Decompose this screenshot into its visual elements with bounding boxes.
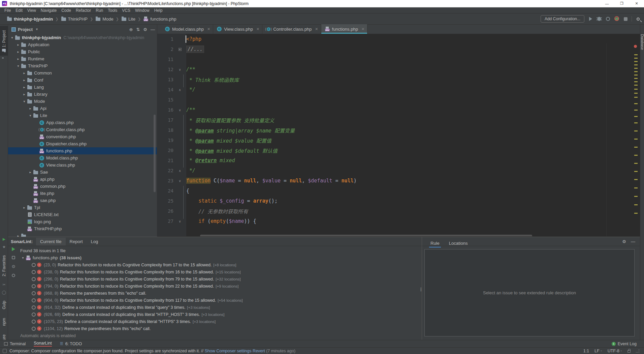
code-line[interactable]: 23∨function C($name = null, $value = nul…: [157, 176, 640, 186]
favorites-star-icon[interactable]: ★: [2, 245, 6, 249]
stop-analysis-icon[interactable]: [12, 256, 15, 259]
stripe-warning-mark[interactable]: [634, 116, 638, 117]
chevron-right-icon[interactable]: ▸: [15, 234, 21, 237]
configure-icon[interactable]: ⚙: [11, 264, 15, 269]
panel-divider[interactable]: [422, 237, 422, 340]
issue-row[interactable]: ↑(238, 0)Refactor this function to reduc…: [20, 268, 418, 275]
code-line[interactable]: 16∨/**: [157, 105, 640, 115]
divider-grip[interactable]: •••: [420, 288, 422, 292]
code-line[interactable]: 25 static $_config = array();: [157, 196, 640, 206]
stripe-warning-mark[interactable]: [634, 54, 638, 55]
search-everywhere-icon[interactable]: [635, 16, 641, 22]
tree-row[interactable]: phpconvention.php: [8, 133, 157, 140]
sidebar-tab-gulp[interactable]: Gulp: [2, 301, 6, 309]
show-composer-settings-link[interactable]: Show Composer settings: [204, 349, 251, 353]
stripe-warning-mark[interactable]: [634, 110, 638, 111]
npm-circle-icon[interactable]: ◯: [2, 290, 6, 295]
chevron-right-icon[interactable]: ▸: [22, 78, 27, 82]
stripe-warning-mark[interactable]: [634, 187, 638, 188]
sonarlint-settings-gear-icon[interactable]: ⚙: [622, 239, 626, 244]
stripe-warning-mark[interactable]: [634, 139, 638, 140]
profile-icon[interactable]: [605, 16, 611, 22]
stripe-warning-mark[interactable]: [634, 61, 638, 62]
caret-position-widget[interactable]: 1:1: [583, 349, 589, 353]
tree-row[interactable]: ▸Application: [8, 41, 157, 48]
menu-item-help[interactable]: Help: [152, 8, 165, 13]
tree-row[interactable]: CDispatcher.class.php: [8, 140, 157, 147]
toolbar-terminal[interactable]: ›_ Terminal: [0, 340, 30, 347]
issue-row[interactable]: ↑(1075, 23)Define a constant instead of …: [20, 318, 418, 325]
issues-file-row[interactable]: ▾ php functions.php (38 issues): [20, 254, 82, 261]
tree-row[interactable]: ▸Library: [8, 91, 157, 98]
stripe-warning-mark[interactable]: [634, 179, 638, 180]
sidebar-tab-favorites[interactable]: 2: Favorites: [2, 255, 6, 276]
code-line[interactable]: 27∨ if (empty($name)) {: [157, 216, 640, 226]
code-line[interactable]: 26 // 无参数时获取所有: [157, 206, 640, 216]
sonarlint-hide-icon[interactable]: —: [631, 239, 635, 244]
analyze-play-icon[interactable]: [12, 247, 15, 251]
code-line[interactable]: 14∧ */: [157, 85, 640, 95]
readonly-lock-icon[interactable]: [627, 350, 631, 353]
code-line[interactable]: 13 * Think 系统函数库: [157, 75, 640, 85]
help-icon[interactable]: [12, 274, 15, 277]
stripe-warning-mark[interactable]: [634, 58, 638, 59]
fold-marker-down[interactable]: ∨: [173, 68, 186, 71]
stripe-warning-mark[interactable]: [634, 68, 638, 69]
tree-row[interactable]: ▸: [8, 232, 157, 237]
stripe-warning-mark[interactable]: [634, 130, 638, 131]
fold-marker-up[interactable]: ∧: [173, 169, 186, 173]
tab-close-icon[interactable]: ✕: [207, 27, 210, 31]
stripe-warning-mark[interactable]: [634, 89, 638, 90]
tree-row[interactable]: phpThinkPHP.php: [8, 225, 157, 232]
fold-marker-plus[interactable]: +: [173, 48, 186, 51]
toolbar-todo[interactable]: ☰ 6: TODO: [56, 340, 86, 347]
tree-row[interactable]: ▸Common: [8, 69, 157, 77]
fold-marker-down[interactable]: ∨: [173, 219, 186, 223]
tree-row[interactable]: logo.png: [8, 218, 157, 225]
project-panel-title[interactable]: Project▼: [11, 27, 38, 32]
chevron-down-icon[interactable]: ▾: [9, 36, 15, 39]
stripe-warning-mark[interactable]: [634, 78, 638, 79]
run-small-icon[interactable]: ▶: [3, 237, 5, 241]
tree-row[interactable]: CModel.class.php: [8, 154, 157, 161]
code-editor[interactable]: 1<?php2+//...1112∨/**13 * Think 系统函数库14∧…: [157, 34, 640, 236]
editor-tab-functions-php[interactable]: phpfunctions.php✕: [321, 24, 368, 34]
tree-row[interactable]: ▾thinkphp-bjyadminC:\wamp64\www\other\th…: [8, 34, 157, 41]
stripe-warning-mark[interactable]: [634, 213, 638, 214]
chevron-right-icon[interactable]: ▸: [22, 206, 27, 209]
issue-row[interactable]: ↑(914, 32)Define a constant instead of d…: [20, 304, 418, 311]
chevron-down-icon[interactable]: ▾: [28, 114, 33, 117]
error-indicator-icon[interactable]: [634, 45, 637, 48]
issue-row[interactable]: ↑(296, 0)Refactor this function to reduc…: [20, 275, 418, 283]
line-ending-widget[interactable]: LF÷: [594, 349, 602, 353]
chevron-right-icon[interactable]: ▸: [28, 170, 33, 174]
tab-close-icon[interactable]: ✕: [256, 27, 259, 31]
toolbar-sonarlint[interactable]: SonarLint: [30, 340, 56, 347]
tree-row[interactable]: CView.class.php: [8, 161, 157, 169]
tree-row[interactable]: ▾Lite: [8, 112, 157, 119]
code-line[interactable]: 20 * @param mixed $default 默认值: [157, 145, 640, 155]
code-line[interactable]: 21 * @return mixed: [157, 155, 640, 166]
stripe-warning-mark[interactable]: [634, 81, 638, 82]
tree-row[interactable]: ▸Conf: [8, 77, 157, 84]
debug-icon[interactable]: [597, 16, 602, 22]
breadcrumb-item[interactable]: Lite: [121, 16, 135, 22]
chevron-down-icon[interactable]: ▾: [22, 99, 27, 103]
stripe-warning-mark[interactable]: [634, 75, 638, 76]
tree-row[interactable]: phpsae.php: [8, 197, 157, 204]
stripe-warning-mark[interactable]: [634, 155, 638, 156]
coverage-icon[interactable]: [614, 16, 619, 22]
resize-grip[interactable]: [636, 349, 639, 353]
tree-row[interactable]: ▸Lang: [8, 84, 157, 91]
tree-row[interactable]: ▾ThinkPHP: [8, 62, 157, 69]
chevron-right-icon[interactable]: ▸: [22, 92, 27, 96]
stripe-warning-mark[interactable]: [634, 97, 638, 98]
panel-settings-gear-icon[interactable]: ⚙: [143, 27, 147, 32]
stripe-warning-mark[interactable]: [634, 196, 638, 197]
fold-marker-down[interactable]: ∨: [173, 179, 186, 183]
menu-item-tools[interactable]: Tools: [105, 8, 120, 13]
chevron-right-icon[interactable]: ▸: [28, 107, 33, 110]
issue-row[interactable]: ↑(868, 8)Remove the parentheses from thi…: [20, 290, 418, 297]
chevron-down-icon[interactable]: ▾: [20, 256, 26, 260]
tree-row[interactable]: phpcommon.php: [8, 183, 157, 190]
